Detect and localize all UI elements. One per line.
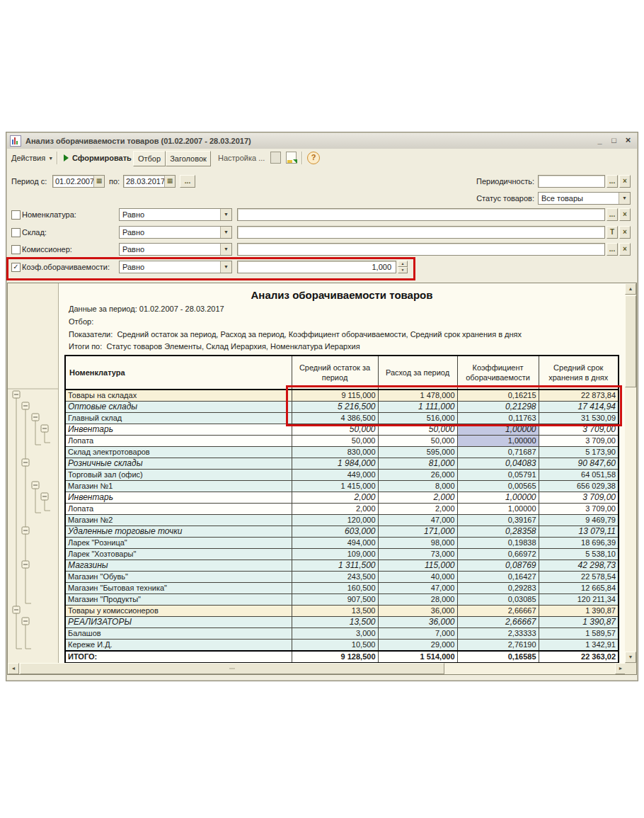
chevron-down-icon[interactable]: ▼ <box>220 227 231 238</box>
value-cell[interactable]: 115,000 <box>378 560 457 572</box>
value-cell[interactable]: 2,66667 <box>457 617 539 628</box>
nomenclature-cell[interactable]: Товары на складах <box>65 390 292 402</box>
filter-toggle-button[interactable]: Отбор <box>133 151 166 166</box>
value-cell[interactable]: 1 390,87 <box>539 606 619 617</box>
value-cell[interactable]: 5 173,90 <box>539 447 619 458</box>
value-cell[interactable]: 109,000 <box>292 549 378 560</box>
value-cell[interactable]: 1 342,91 <box>539 640 619 652</box>
value-cell[interactable]: 98,000 <box>378 538 457 549</box>
value-cell[interactable]: 17 414,94 <box>539 402 619 413</box>
value-cell[interactable]: 47,000 <box>378 583 457 594</box>
value-cell[interactable]: 0,04083 <box>457 458 539 470</box>
value-cell[interactable]: 120 211,34 <box>539 594 619 606</box>
value-cell[interactable]: 1,00000 <box>457 492 539 504</box>
value-cell[interactable]: 171,000 <box>378 526 457 538</box>
value-cell[interactable]: 9 128,500 <box>292 651 378 663</box>
close-button[interactable]: × <box>622 135 634 146</box>
value-cell[interactable]: 0,16215 <box>457 390 539 402</box>
value-cell[interactable]: 7,000 <box>378 628 457 640</box>
value-cell[interactable]: 40,000 <box>378 572 457 583</box>
value-cell[interactable]: 3 709,00 <box>539 424 619 436</box>
nomenclature-cell[interactable]: Магазины <box>65 560 292 572</box>
value-cell[interactable]: 3 709,00 <box>539 436 619 447</box>
value-cell[interactable]: 50,000 <box>378 424 457 436</box>
nomenclature-cell[interactable]: Магазин "Бытовая техника" <box>65 583 292 594</box>
value-cell[interactable]: 22 578,54 <box>539 572 619 583</box>
goods-status-select[interactable]: Все товары ▼ <box>538 192 631 205</box>
value-cell[interactable]: 1 390,87 <box>539 617 619 628</box>
nomenclature-cell[interactable]: РЕАЛИЗАТОРЫ <box>65 617 292 628</box>
value-cell[interactable]: 1 111,000 <box>378 402 457 413</box>
value-cell[interactable]: 0,05791 <box>457 470 539 481</box>
value-cell[interactable]: 5 538,10 <box>539 549 619 560</box>
value-cell[interactable]: 3 709,00 <box>539 504 619 515</box>
turnover-ratio-value-field[interactable]: 1,000 <box>237 261 396 273</box>
value-cell[interactable]: 0,71687 <box>457 447 539 458</box>
spin-down-icon[interactable]: ▼ <box>398 267 408 273</box>
value-cell[interactable]: 12 665,84 <box>539 583 619 594</box>
value-cell[interactable]: 10,500 <box>292 640 378 652</box>
nomenclature-cell[interactable]: Главный склад <box>65 413 292 424</box>
value-cell[interactable]: 3 709,00 <box>539 492 619 504</box>
nomenclature-cell[interactable]: Кереже И.Д. <box>65 640 292 652</box>
horizontal-scrollbar[interactable]: ◄ ► <box>8 663 626 674</box>
nomenclature-cell[interactable]: Оптовые склады <box>65 402 292 413</box>
value-cell[interactable]: 28,000 <box>378 594 457 606</box>
value-cell[interactable]: 603,000 <box>292 526 378 538</box>
nomenclature-value-field[interactable] <box>237 208 605 221</box>
value-cell[interactable]: 1,00000 <box>457 436 539 447</box>
nomenclature-cell[interactable]: Удаленные торговые точки <box>65 526 292 538</box>
period-select-button[interactable]: ... <box>180 175 195 188</box>
save-settings-icon[interactable] <box>286 152 297 164</box>
chevron-down-icon[interactable]: ▼ <box>619 193 630 204</box>
nomenclature-select-button[interactable]: ... <box>606 208 618 221</box>
nomenclature-cell[interactable]: Ларек "Хозтовары" <box>65 549 292 560</box>
value-cell[interactable]: 42 298,73 <box>539 560 619 572</box>
generate-button[interactable]: Сформировать <box>62 151 132 165</box>
value-cell[interactable]: 13,500 <box>292 606 378 617</box>
horizontal-scroll-thumb[interactable] <box>20 663 444 674</box>
value-cell[interactable]: 3,000 <box>292 628 378 640</box>
value-cell[interactable]: 2,000 <box>378 492 457 504</box>
value-cell[interactable]: 36,000 <box>378 606 457 617</box>
value-cell[interactable]: 595,000 <box>378 447 457 458</box>
nomenclature-cell[interactable]: Инвентарь <box>65 492 292 504</box>
value-cell[interactable]: 0,29283 <box>457 583 539 594</box>
minimize-button[interactable]: _ <box>594 135 606 146</box>
nomenclature-checkbox[interactable] <box>11 210 21 220</box>
nomenclature-cell[interactable]: ИТОГО: <box>65 651 292 663</box>
actions-button[interactable]: Действия▼ <box>11 151 53 165</box>
period-from-field[interactable]: 01.02.2007 ▦ <box>52 175 105 188</box>
scroll-left-icon[interactable]: ◄ <box>8 663 19 674</box>
nomenclature-cell[interactable]: Лопата <box>65 504 292 515</box>
value-cell[interactable]: 1 589,57 <box>539 628 619 640</box>
value-cell[interactable]: 1 311,500 <box>292 560 378 572</box>
value-cell[interactable]: 50,000 <box>292 436 378 447</box>
settings-button[interactable]: Настройка ... <box>218 151 265 165</box>
value-cell[interactable]: 0,16427 <box>457 572 539 583</box>
value-cell[interactable]: 2,000 <box>378 504 457 515</box>
restore-settings-icon[interactable] <box>270 152 281 164</box>
warehouse-clear-button[interactable]: × <box>619 226 631 239</box>
nomenclature-cell[interactable]: Розничные склады <box>65 458 292 470</box>
value-cell[interactable]: 47,000 <box>378 515 457 526</box>
value-cell[interactable]: 0,03085 <box>457 594 539 606</box>
value-cell[interactable]: 907,500 <box>292 594 378 606</box>
chevron-down-icon[interactable]: ▼ <box>220 209 231 220</box>
warehouse-type-button[interactable]: T <box>606 226 618 239</box>
vertical-scroll-thumb[interactable] <box>625 295 636 387</box>
value-cell[interactable]: 81,000 <box>378 458 457 470</box>
periodicity-clear-button[interactable]: × <box>619 175 631 188</box>
value-cell[interactable]: 13 079,11 <box>539 526 619 538</box>
scroll-up-icon[interactable]: ▲ <box>625 283 636 295</box>
nomenclature-clear-button[interactable]: × <box>619 208 631 221</box>
value-cell[interactable]: 516,000 <box>378 413 457 424</box>
calendar-icon[interactable]: ▦ <box>164 176 175 187</box>
value-cell[interactable]: 50,000 <box>378 436 457 447</box>
value-cell[interactable]: 0,00565 <box>457 481 539 492</box>
help-icon[interactable]: ? <box>307 152 320 164</box>
value-cell[interactable]: 0,28358 <box>457 526 539 538</box>
nomenclature-cell[interactable]: Инвентарь <box>65 424 292 436</box>
value-cell[interactable]: 830,000 <box>292 447 378 458</box>
value-cell[interactable]: 1 478,000 <box>378 390 457 402</box>
